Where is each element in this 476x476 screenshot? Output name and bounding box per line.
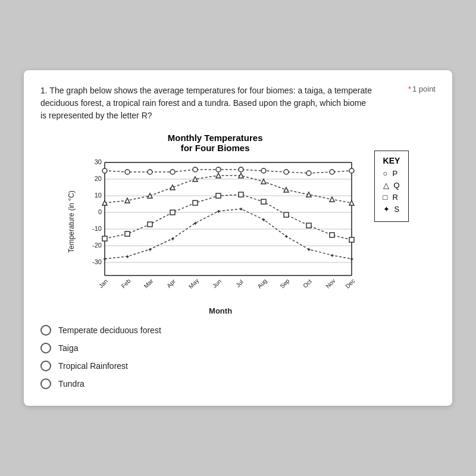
svg-text:Dec: Dec: [344, 277, 356, 289]
svg-point-36: [239, 167, 243, 172]
question-header: 1. The graph below shows the average tem…: [40, 84, 436, 122]
chart-area: Monthly Temperaturesfor Four Biomes Temp…: [40, 133, 436, 315]
svg-text:10: 10: [94, 192, 101, 199]
answer-option-b[interactable]: Taiga: [40, 343, 436, 353]
svg-text:30: 30: [94, 158, 101, 165]
key-item-p: ○ P: [383, 169, 400, 178]
answer-label-a: Temperate deciduous forest: [58, 325, 161, 335]
svg-point-41: [349, 168, 354, 173]
svg-text:✦: ✦: [170, 236, 175, 242]
svg-point-38: [284, 170, 289, 174]
question-number: 1.: [40, 86, 48, 95]
svg-text:Oct: Oct: [302, 278, 313, 289]
chart-title: Monthly Temperaturesfor Four Biomes: [168, 133, 263, 153]
svg-text:Mar: Mar: [142, 277, 154, 289]
svg-marker-50: [284, 187, 289, 192]
chart-and-yaxis: Temperature (in °C): [67, 156, 364, 315]
svg-text:-10: -10: [92, 225, 102, 232]
svg-text:Jul: Jul: [234, 278, 245, 289]
radio-d[interactable]: [40, 378, 51, 389]
svg-rect-58: [193, 201, 198, 205]
svg-text:May: May: [187, 277, 200, 290]
svg-rect-59: [216, 193, 221, 198]
svg-text:✦: ✦: [284, 233, 289, 240]
chart-svg-container: 30 20 10 0 -10 -20 -30 Jan Feb Mar Apr M…: [78, 156, 364, 315]
svg-marker-44: [148, 193, 152, 198]
answer-option-a[interactable]: Temperate deciduous forest: [40, 325, 436, 336]
svg-marker-42: [102, 201, 107, 205]
radio-a[interactable]: [40, 325, 51, 336]
svg-rect-60: [239, 192, 243, 197]
svg-text:✦: ✦: [239, 206, 243, 212]
chart-wrapper: Monthly Temperaturesfor Four Biomes Temp…: [67, 133, 364, 315]
svg-text:✦: ✦: [306, 246, 311, 253]
svg-rect-63: [306, 223, 311, 228]
svg-marker-43: [125, 198, 130, 203]
answer-label-b: Taiga: [58, 343, 78, 353]
svg-rect-55: [125, 231, 130, 236]
key-symbol-r: □: [383, 193, 388, 202]
svg-text:Apr: Apr: [165, 278, 177, 289]
svg-text:✦: ✦: [125, 253, 130, 260]
svg-marker-45: [170, 185, 175, 190]
svg-rect-57: [170, 210, 175, 215]
chart-svg: 30 20 10 0 -10 -20 -30 Jan Feb Mar Apr M…: [78, 156, 364, 305]
radio-c[interactable]: [40, 361, 51, 371]
radio-b[interactable]: [40, 343, 51, 353]
svg-text:Feb: Feb: [120, 277, 131, 289]
svg-marker-52: [330, 197, 334, 202]
svg-rect-62: [284, 212, 289, 217]
svg-text:Jun: Jun: [211, 278, 223, 289]
svg-marker-49: [261, 179, 266, 184]
key-item-q: △ Q: [383, 181, 400, 190]
question-text: 1. The graph below shows the average tem…: [40, 84, 374, 122]
svg-text:20: 20: [94, 175, 101, 182]
svg-point-37: [261, 168, 266, 173]
svg-text:Jan: Jan: [98, 278, 109, 289]
required-star: *: [408, 84, 411, 93]
svg-point-39: [306, 171, 311, 176]
svg-rect-56: [148, 222, 152, 227]
key-title: KEY: [383, 156, 400, 165]
key-item-s: ✦ S: [383, 205, 400, 214]
svg-rect-64: [330, 233, 334, 237]
svg-text:Nov: Nov: [324, 277, 336, 289]
svg-point-33: [170, 170, 175, 174]
svg-marker-46: [193, 177, 198, 181]
svg-point-32: [148, 170, 152, 174]
answers: Temperate deciduous forest Taiga Tropica…: [40, 325, 436, 389]
svg-rect-65: [349, 237, 354, 242]
key-label-q: Q: [394, 181, 400, 190]
svg-text:✦: ✦: [148, 246, 152, 253]
y-axis-label: Temperature (in °C): [67, 156, 76, 287]
svg-text:-30: -30: [92, 258, 102, 265]
svg-text:✦: ✦: [216, 208, 221, 215]
svg-text:✦: ✦: [193, 220, 198, 227]
svg-text:Aug: Aug: [256, 277, 268, 289]
svg-rect-61: [261, 199, 266, 204]
svg-text:✦: ✦: [330, 252, 334, 259]
svg-marker-47: [216, 173, 221, 178]
svg-text:✦: ✦: [349, 256, 354, 262]
key-label-p: P: [392, 169, 397, 178]
svg-text:✦: ✦: [261, 217, 266, 223]
key-label-s: S: [394, 205, 400, 214]
key-symbol-p: ○: [383, 169, 388, 178]
answer-label-c: Tropical Rainforest: [58, 361, 128, 371]
answer-option-d[interactable]: Tundra: [40, 378, 436, 389]
svg-point-35: [216, 167, 221, 172]
answer-label-d: Tundra: [58, 379, 84, 389]
svg-point-31: [125, 170, 130, 174]
svg-text:0: 0: [98, 208, 101, 215]
svg-text:✦: ✦: [102, 256, 107, 262]
svg-point-40: [330, 170, 334, 174]
svg-text:-20: -20: [92, 242, 102, 249]
svg-marker-51: [306, 192, 311, 197]
key-label-r: R: [392, 193, 397, 202]
answer-option-c[interactable]: Tropical Rainforest: [40, 361, 436, 371]
key-box: KEY ○ P △ Q □ R ✦ S: [374, 151, 409, 222]
quiz-card: 1. The graph below shows the average tem…: [24, 70, 452, 406]
svg-text:Sep: Sep: [278, 277, 291, 290]
svg-marker-48: [239, 173, 243, 178]
svg-rect-54: [102, 236, 107, 241]
